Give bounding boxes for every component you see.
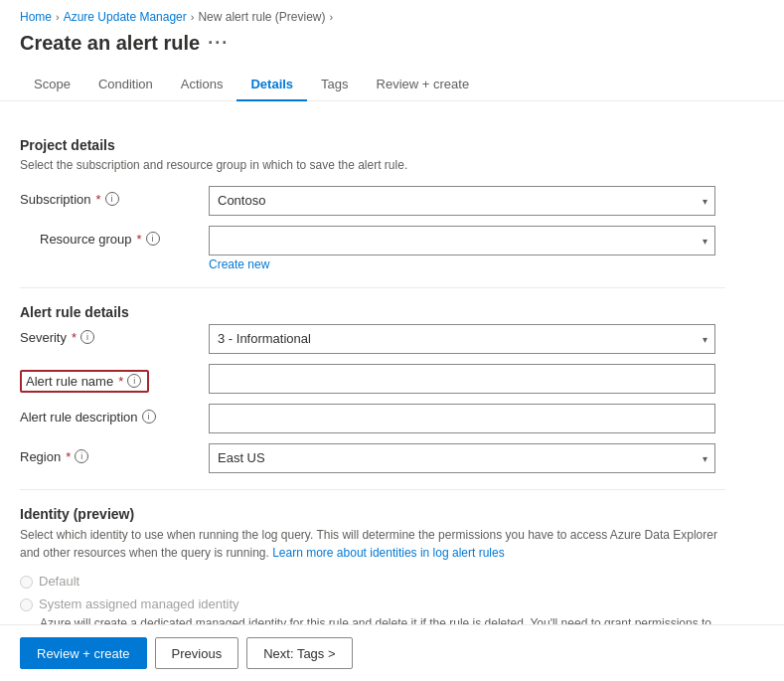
subscription-select-wrapper: Contoso ▾ — [209, 186, 715, 216]
alert-rule-name-input[interactable] — [209, 364, 715, 394]
alert-rule-name-label-container: Alert rule name * i — [20, 364, 199, 393]
subscription-info-icon[interactable]: i — [105, 192, 119, 206]
region-control: East US West US West Europe North Europe… — [209, 443, 715, 473]
breadcrumb: Home › Azure Update Manager › New alert … — [0, 0, 784, 30]
radio-system-label: System assigned managed identity — [39, 596, 239, 611]
tab-details[interactable]: Details — [236, 69, 307, 101]
breadcrumb-update-manager[interactable]: Azure Update Manager — [64, 10, 187, 24]
severity-required: * — [72, 330, 77, 345]
tab-condition[interactable]: Condition — [84, 69, 167, 101]
alert-rule-name-control — [209, 364, 715, 394]
severity-info-icon[interactable]: i — [80, 330, 94, 344]
alert-rule-name-highlight: Alert rule name * i — [20, 370, 149, 393]
alert-rule-desc-input[interactable] — [209, 404, 715, 433]
subscription-required: * — [96, 192, 101, 207]
radio-default[interactable] — [20, 576, 33, 589]
subscription-select[interactable]: Contoso — [209, 186, 715, 216]
review-create-button[interactable]: Review + create — [20, 637, 147, 669]
project-details-title: Project details — [20, 137, 725, 153]
resource-group-select-wrapper: ▾ — [209, 226, 715, 255]
next-button[interactable]: Next: Tags > — [246, 637, 352, 669]
resource-group-control: ▾ Create new — [209, 226, 715, 271]
region-row: Region * i East US West US West Europe N… — [20, 443, 725, 473]
alert-rule-name-required: * — [118, 374, 123, 389]
page-title-container: Create an alert rule ··· — [0, 30, 784, 69]
severity-select[interactable]: 0 - Critical 1 - Error 2 - Warning 3 - I… — [209, 324, 715, 354]
alert-rule-details-title: Alert rule details — [20, 304, 725, 320]
severity-row: Severity * i 0 - Critical 1 - Error 2 - … — [20, 324, 725, 354]
subscription-control: Contoso ▾ — [209, 186, 715, 216]
subscription-label: Subscription * i — [20, 186, 199, 207]
main-content: Project details Select the subscription … — [0, 101, 745, 681]
resource-group-required: * — [137, 232, 142, 247]
alert-rule-desc-label: Alert rule description i — [20, 404, 199, 425]
alert-rule-desc-row: Alert rule description i — [20, 404, 725, 433]
tab-tags[interactable]: Tags — [307, 69, 362, 101]
subscription-row: Subscription * i Contoso ▾ — [20, 186, 725, 216]
breadcrumb-home[interactable]: Home — [20, 10, 52, 24]
divider-2 — [20, 489, 725, 490]
alert-rule-name-row: Alert rule name * i — [20, 364, 725, 394]
page-title: Create an alert rule — [20, 32, 200, 55]
region-select[interactable]: East US West US West Europe North Europe — [209, 443, 715, 473]
bottom-bar: Review + create Previous Next: Tags > — [0, 624, 784, 681]
region-info-icon[interactable]: i — [75, 449, 88, 463]
resource-group-select[interactable] — [209, 226, 715, 255]
create-new-link[interactable]: Create new — [209, 257, 715, 271]
project-details-desc: Select the subscription and resource gro… — [20, 157, 725, 174]
alert-rule-desc-info-icon[interactable]: i — [142, 410, 156, 424]
radio-default-row: Default — [20, 574, 725, 589]
radio-system[interactable] — [20, 598, 33, 611]
identity-learn-more-link[interactable]: Learn more about identities in log alert… — [272, 546, 504, 560]
region-label: Region * i — [20, 443, 199, 464]
previous-button[interactable]: Previous — [155, 637, 239, 669]
resource-group-info-icon[interactable]: i — [146, 232, 160, 246]
resource-group-row: Resource group * i ▾ Create new — [20, 226, 725, 271]
tab-actions[interactable]: Actions — [167, 69, 237, 101]
divider-1 — [20, 287, 725, 288]
alert-rule-desc-control — [209, 404, 715, 433]
radio-default-label: Default — [39, 574, 79, 589]
region-select-wrapper: East US West US West Europe North Europe… — [209, 443, 715, 473]
breadcrumb-current: New alert rule (Preview) — [198, 10, 325, 24]
severity-control: 0 - Critical 1 - Error 2 - Warning 3 - I… — [209, 324, 715, 354]
radio-group-default: Default — [20, 574, 725, 589]
identity-desc: Select which identity to use when runnin… — [20, 526, 725, 562]
radio-system-row: System assigned managed identity — [20, 596, 725, 611]
tab-scope[interactable]: Scope — [20, 69, 84, 101]
resource-group-label: Resource group * i — [20, 226, 199, 247]
identity-title: Identity (preview) — [20, 506, 725, 522]
severity-label: Severity * i — [20, 324, 199, 345]
tab-bar: Scope Condition Actions Details Tags Rev… — [0, 69, 784, 101]
section-alert-rule-details: Alert rule details Severity * i 0 - Crit… — [20, 304, 725, 473]
region-required: * — [66, 449, 71, 464]
more-options-button[interactable]: ··· — [208, 33, 229, 54]
alert-rule-name-info-icon[interactable]: i — [127, 374, 141, 388]
tab-review-create[interactable]: Review + create — [363, 69, 484, 101]
section-project-details: Project details Select the subscription … — [20, 137, 725, 271]
severity-select-wrapper: 0 - Critical 1 - Error 2 - Warning 3 - I… — [209, 324, 715, 354]
